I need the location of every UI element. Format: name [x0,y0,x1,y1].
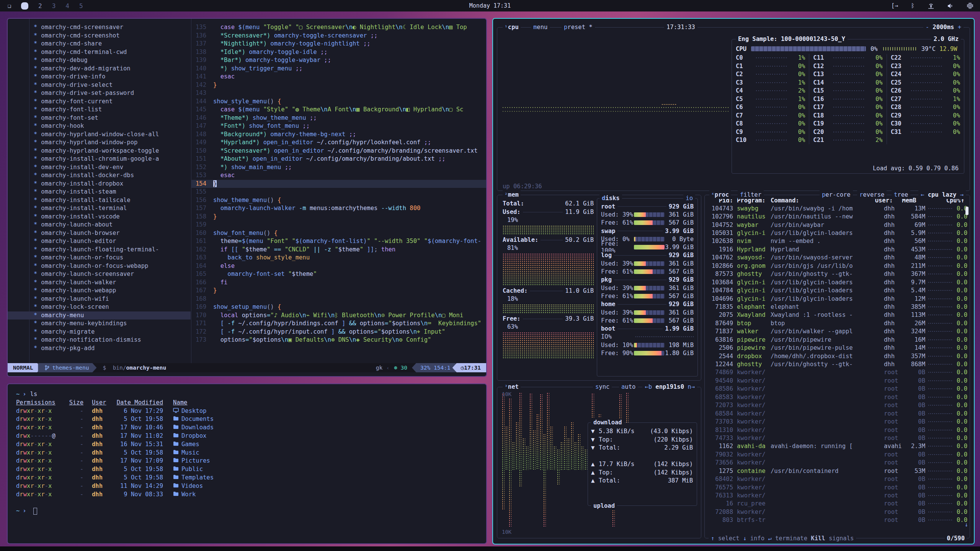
file-item[interactable]: *omarchy-install-terminal [8,204,191,213]
process-row[interactable]: 103684glycin-i/usr/lib/glycin-loadersdhh… [709,278,967,286]
workspace-1-active[interactable] [21,2,28,10]
file-item[interactable]: *omarchy-font-set [8,114,191,122]
process-row[interactable]: 87649btopbtopdhh26M0.0 [709,319,967,327]
file-item[interactable]: *omarchy-cmd-share [8,40,191,48]
interval-control[interactable]: - 2000ms + [923,23,964,31]
process-row[interactable]: 2075XwaylandXwayland :1 -rootless -dhh11… [709,311,967,319]
file-item[interactable]: *omarchy-font-list [8,106,191,114]
file-item[interactable]: *omarchy-hyprland-workspace-toggle [8,147,191,155]
file-item[interactable]: *omarchy-pkg-add [8,344,191,353]
process-row[interactable]: 71837walker/usr/bin/walker --gappldhh324… [709,328,967,336]
mem-panel-title[interactable]: ²mem [503,191,521,199]
process-row[interactable]: 102866org.gnom/usr/bin/gjs /usr/lib/odhh… [709,262,967,270]
process-row[interactable]: 73656kworker/root0B0.0 [709,459,967,467]
process-row[interactable]: 102796nautilus/usr/bin/nautilus --newdhh… [709,212,967,220]
process-row[interactable]: 104743swaybg/usr/bin/swaybg -i /homdhh13… [709,204,967,212]
proc-filter-button[interactable]: filter [738,191,764,199]
process-row[interactable]: 71835elephantelephantdhh385M0.0 [709,303,967,311]
process-row[interactable]: 68402kworker/root0B0.0 [709,475,967,483]
process-row[interactable]: 87573ghostty/usr/bin/ghostty --gtk-dhh36… [709,270,967,278]
file-item[interactable]: *omarchy-hyprland-window-close-all [8,130,191,139]
process-row[interactable]: 104696glycin-i/usr/lib/glycin-loadersdhh… [709,295,967,303]
proc-tree-button[interactable]: tree [892,191,910,199]
process-row[interactable]: 73703kworker/root0B0.0 [709,417,967,425]
file-item[interactable]: *omarchy-launch-walker [8,279,191,287]
file-item[interactable]: *omarchy-launch-or-focus [8,254,191,262]
workspace-2[interactable]: 2 [38,2,42,10]
proc-reverse-button[interactable]: reverse [857,191,887,199]
file-item[interactable]: *omarchy-hyprland-window-pop [8,139,191,147]
file-item[interactable]: *omarchy-cmd-terminal-cwd [8,48,191,57]
file-item[interactable]: *omarchy-lock-screen [8,303,191,311]
file-item[interactable]: *omarchy-menu-keybindings [8,320,191,328]
net-sync-button[interactable]: sync [593,383,612,391]
file-item[interactable]: *omarchy-drive-set-password [8,89,191,98]
file-item[interactable]: *omarchy-install-tailscale [8,196,191,205]
workspace-3[interactable]: 3 [52,2,56,10]
proc-sort-switcher[interactable]: ← cpu lazy → [918,191,966,199]
window-layout-icon[interactable]: ❏ [8,2,11,9]
process-row[interactable]: 76313kworker/root0B0.0 [709,491,967,499]
cpu-panel-title[interactable]: ¹cpu [503,23,521,31]
proc-scrollbar-thumb[interactable] [965,207,969,215]
file-item[interactable]: *omarchy-install-dropbox [8,180,191,188]
process-row[interactable]: 72088kworker/root0B0.0 [709,508,967,516]
file-item[interactable]: *omarchy-debug [8,56,191,65]
file-item[interactable]: *omarchy-launch-wifi [8,295,191,303]
process-row[interactable]: 68584kworker/root0B0.0 [709,409,967,417]
process-row[interactable]: 104762swayosd-/usr/bin/swayosd-serverdhh… [709,254,967,262]
file-item[interactable]: *omarchy-drive-select [8,81,191,90]
net-auto-button[interactable]: auto [619,383,638,391]
file-item[interactable]: *omarchy-cmd-screenshot [8,32,191,40]
process-row[interactable]: 76575kworker/root0B0.0 [709,483,967,491]
process-row[interactable]: 2544dropbox/home/dhh/.dropbox-distdhh357… [709,352,967,360]
process-row[interactable]: 1916HyprlandHyprlanddhh453M0.0 [709,245,967,253]
process-row[interactable]: 1162avahi-daavahi-daemon: running [avahi… [709,442,967,450]
file-item[interactable]: *omarchy-cmd-screensaver [8,23,191,32]
file-item[interactable]: *omarchy-launch-webapp [8,287,191,295]
network-icon[interactable] [928,3,934,9]
file-item[interactable]: *omarchy-notification-dismiss [8,336,191,344]
net-interface-switcher[interactable]: ←b enp191s0 n→ [642,383,697,391]
file-item[interactable]: *omarchy-menu [8,311,191,320]
file-item[interactable]: *omarchy-launch-or-focus-webapp [8,262,191,271]
file-item[interactable]: *omarchy-install-chromium-google-a [8,155,191,163]
process-row[interactable]: 79032kworker/root0B0.0 [709,450,967,458]
file-item[interactable]: *omarchy-launch-editor [8,237,191,246]
file-item[interactable]: *omarchy-launch-floating-terminal- [8,246,191,254]
proc-panel-title[interactable]: ⁴proc [709,191,731,199]
file-item[interactable]: *omarchy-launch-about [8,221,191,229]
process-row[interactable]: 74733kworker/root0B0.0 [709,434,967,442]
file-item[interactable]: *omarchy-install-docker-dbs [8,171,191,180]
process-row[interactable]: 94540kworker/root0B0.0 [709,377,967,385]
file-item[interactable]: *omarchy-launch-browser [8,229,191,238]
bluetooth-icon[interactable]: ᛒ [911,2,915,9]
file-item[interactable]: *omarchy-dev-add-migration [8,65,191,73]
file-item[interactable]: *omarchy-install-dev-env [8,163,191,172]
process-row[interactable]: 803btrfs-trroot0B0.0 [709,516,967,524]
process-row[interactable]: 12244ghostty/usr/bin/ghostty --gtk-dhh86… [709,360,967,368]
process-row[interactable]: 68586kworker/root0B0.0 [709,385,967,393]
process-row[interactable]: 104784glycin-i/usr/lib/glycin-loadersdhh… [709,286,967,294]
file-item[interactable]: *omarchy-drive-info [8,73,191,81]
process-row[interactable]: 104752waybar/usr/bin/waybardhh69M0.0 [709,221,967,229]
cpu-chip-icon[interactable] [967,3,973,9]
process-row[interactable]: 74869kworker/root0B0.0 [709,368,967,377]
file-item[interactable]: *omarchy-install-steam [8,188,191,196]
file-item[interactable]: *omarchy-migrate [8,328,191,336]
process-row[interactable]: 63816pipewire/usr/bin/pipewiredhh16M0.0 [709,336,967,344]
disks-title[interactable]: disks [599,194,622,202]
proc-percore-button[interactable]: per-core [820,191,853,199]
workspace-5[interactable]: 5 [79,2,83,10]
process-row[interactable]: 2506pipewire/usr/bin/pipewire-pulsedhh14… [709,344,967,352]
process-row[interactable]: 68583kworker/root0B0.0 [709,393,967,401]
process-row[interactable]: 72073kworker/root0B0.0 [709,401,967,409]
file-item[interactable]: *omarchy-hook [8,122,191,130]
io-mode-button[interactable]: io [683,194,695,202]
file-item[interactable]: *omarchy-launch-screensaver [8,270,191,279]
logout-icon[interactable]: [→ [891,2,898,9]
process-row[interactable]: 81310kworker/root0B0.0 [709,426,967,434]
file-item[interactable]: *omarchy-font-current [8,98,191,106]
volume-icon[interactable] [947,3,954,9]
net-panel-title[interactable]: ³net [503,383,521,391]
